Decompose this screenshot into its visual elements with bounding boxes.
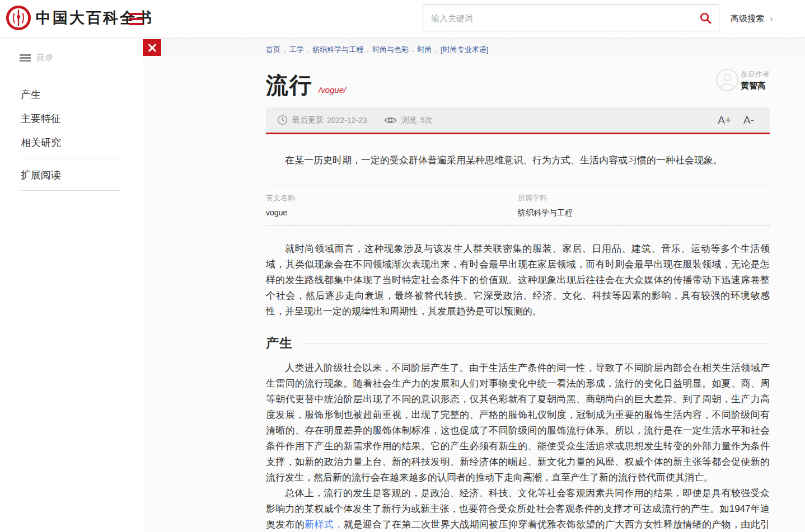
advanced-search-link[interactable]: 高级搜索 › <box>731 13 773 24</box>
fields-divider <box>266 225 770 226</box>
close-icon <box>148 43 157 52</box>
search-box <box>423 4 719 31</box>
page: 中国大百科全书 高级搜索 › 目录 产生 主要特征 相关研究 <box>0 0 805 532</box>
toc-hamburger-icon <box>20 54 31 62</box>
title-row: 流行 /vogue/ <box>266 67 770 98</box>
chevron-right-icon: › <box>770 14 773 23</box>
breadcrumb-branch[interactable]: 时尚与色彩 <box>372 45 409 54</box>
breadcrumb-discipline[interactable]: 工学 <box>289 45 304 54</box>
breadcrumb: 首页.工学.纺织科学与工程.时尚与色彩.时尚.[时尚专业术语] <box>266 45 770 55</box>
toc-header[interactable]: 目录 <box>14 53 143 63</box>
hamburger-menu-icon[interactable] <box>129 13 143 25</box>
last-updated-date: 2022-12-23 <box>327 116 367 125</box>
section-heading-row: 产生 <box>266 333 770 352</box>
author-texts: 条目作者 黄智高 <box>741 69 770 91</box>
toc-sidebar: 目录 产生 主要特征 相关研究 扩展阅读 <box>0 38 143 532</box>
search-input[interactable] <box>423 13 692 23</box>
font-increase-button[interactable]: A+ <box>718 114 731 126</box>
info-fields: 英文名称 vogue 所属学科 纺织科学与工程 <box>266 186 770 218</box>
meta-bar: 最后更新 2022-12-23 浏览 5次 A+ A- <box>266 107 770 134</box>
view-count: 浏览 5次 <box>384 115 433 125</box>
toc-divider <box>21 158 120 158</box>
field-discipline: 所属学科 纺织科学与工程 <box>518 193 770 218</box>
field-english-name: 英文名称 vogue <box>266 193 518 218</box>
toc-item-kuozhanyuedu[interactable]: 扩展阅读 <box>21 163 120 187</box>
search-icon <box>699 12 712 25</box>
advanced-search-label: 高级搜索 <box>731 13 764 24</box>
clock-icon <box>277 115 288 125</box>
toc-list: 产生 主要特征 相关研究 扩展阅读 <box>21 82 120 191</box>
toc-item-chansheng[interactable]: 产生 <box>21 82 120 106</box>
breadcrumb-subject[interactable]: 纺织科学与工程 <box>312 45 363 54</box>
content-panel: 首页.工学.纺织科学与工程.时尚与色彩.时尚.[时尚专业术语] 流行 /vogu… <box>143 38 805 532</box>
intro-paragraph: 就时尚领域而言，这种现象涉及与该发生人群关联密集的服装、家居、日用品、建筑、音乐… <box>266 241 770 319</box>
author-block: 条目作者 黄智高 <box>716 69 770 91</box>
eye-icon <box>384 116 397 125</box>
section-paragraph-1: 人类进入阶级社会以来，不同阶层产生了。由于生活生产条件的同一性，导致了不同阶层内… <box>266 360 770 486</box>
search-button[interactable] <box>692 5 719 31</box>
section-paragraph-2: 总体上，流行的发生是客观的，是政治、经济、科技、文化等社会客观因素共同作用的结果… <box>266 486 770 532</box>
latin-name: /vogue/ <box>319 85 346 95</box>
article: 首页.工学.纺织科学与工程.时尚与色彩.时尚.[时尚专业术语] 流行 /vogu… <box>266 38 770 532</box>
toc-item-xiangguanyanjiu[interactable]: 相关研究 <box>21 130 120 154</box>
author-label: 条目作者 <box>741 69 770 79</box>
top-header: 中国大百科全书 高级搜索 › <box>0 0 805 38</box>
last-updated: 最后更新 2022-12-23 <box>277 115 367 125</box>
breadcrumb-home[interactable]: 首页 <box>266 45 280 54</box>
new-look-link[interactable]: 新样式， <box>305 519 343 530</box>
author-name[interactable]: 黄智高 <box>741 81 770 91</box>
article-summary: 在某一历史时期，一定的受众群体普遍采用某种思维意识、行为方式、生活内容或习惯的一… <box>266 153 770 168</box>
toc-title: 目录 <box>36 53 53 63</box>
section-heading: 产生 <box>266 335 293 352</box>
section-heading-rule <box>303 343 770 343</box>
avatar-icon <box>716 69 738 91</box>
font-decrease-button[interactable]: A- <box>743 114 754 126</box>
close-button[interactable] <box>143 39 161 56</box>
view-count-value: 5次 <box>420 115 433 125</box>
toc-item-zhuyaotezheng[interactable]: 主要特征 <box>21 106 120 130</box>
toc-divider <box>21 190 120 191</box>
page-title: 流行 <box>266 72 313 98</box>
font-size-controls: A+ A- <box>718 114 754 126</box>
breadcrumb-topic[interactable]: 时尚 <box>418 45 432 54</box>
breadcrumb-term-type[interactable]: [时尚专业术语] <box>441 45 488 54</box>
encyclopedia-seal-icon <box>6 5 31 31</box>
